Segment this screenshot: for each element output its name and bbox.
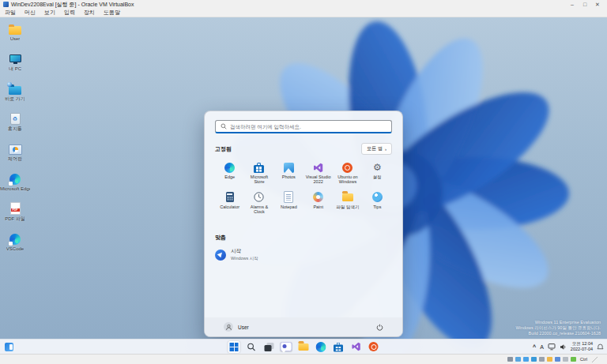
power-icon[interactable] [376, 324, 383, 331]
pinned-app-ubuntu[interactable]: Ubuntu on Windows [333, 162, 362, 185]
maximize-button[interactable]: □ [579, 0, 591, 9]
desktop-icon-label: 내 PC [9, 66, 21, 72]
desktop-icon-label: Microsoft Edge [0, 186, 30, 192]
pdf-file-icon: PDF [10, 202, 21, 215]
taskbar-start-button[interactable] [228, 341, 240, 353]
visual-studio-icon [351, 342, 360, 351]
chat-icon [281, 342, 292, 351]
pinned-app-edge[interactable]: Edge [215, 162, 244, 185]
pinned-app-file-explorer[interactable]: 파일 탐색기 [333, 192, 362, 215]
pinned-app-tips[interactable]: Tips [363, 192, 392, 215]
tray-overflow-chevron-icon[interactable]: ^ [533, 344, 536, 350]
menu-help[interactable]: 도움말 [104, 9, 120, 17]
file-explorer-icon [342, 193, 353, 201]
tips-icon [372, 192, 383, 202]
shared-folders-status-icon[interactable] [547, 357, 552, 362]
recycle-bin-icon: ♻ [10, 113, 21, 125]
desktop-icon-recycle-bin[interactable]: ♻ 휴지통 [0, 112, 30, 132]
desktop-icon-vscode-shortcut[interactable]: VSCode [0, 232, 30, 252]
pinned-app-alarms-clock[interactable]: Alarms & Clock [244, 192, 273, 215]
taskbar-visual-studio-button[interactable] [350, 341, 362, 353]
store-icon [254, 165, 264, 173]
task-view-icon [264, 343, 273, 351]
ubuntu-icon [342, 163, 353, 173]
edge-icon [9, 234, 21, 245]
user-name[interactable]: User [238, 325, 371, 330]
menu-input[interactable]: 입력 [64, 9, 75, 17]
desktop-icon-label: 제어판 [8, 156, 22, 162]
notepad-icon [284, 191, 293, 203]
desktop-icon-label: VSCode [6, 246, 24, 252]
recommended-subtitle: Windows 시작 [231, 256, 258, 261]
monitor-icon [9, 54, 21, 62]
taskbar-chat-button[interactable] [281, 341, 292, 353]
virtualbox-window: WinDev2208Eval [실행 중] - Oracle VM Virtua… [0, 0, 607, 364]
pinned-header: 고정됨 [215, 145, 232, 153]
menubar: 파일 머신 보기 입력 장치 도움말 [0, 9, 607, 17]
audio-status-icon[interactable] [523, 357, 529, 362]
recommended-item-get-started[interactable]: 시작 Windows 시작 [215, 248, 310, 261]
desktop-icon-this-pc[interactable]: 내 PC [0, 52, 30, 72]
start-search-box[interactable] [215, 120, 392, 133]
globe-icon [7, 82, 12, 87]
taskbar-task-view-button[interactable] [263, 341, 275, 353]
notification-bell-icon[interactable] [597, 343, 604, 351]
clock-icon [254, 192, 264, 202]
chevron-right-icon: › [385, 147, 386, 152]
desktop-icon-label: PDF 파일 [5, 216, 25, 222]
menu-devices[interactable]: 장치 [84, 9, 95, 17]
usb-status-icon[interactable] [539, 357, 545, 362]
desktop-icon-shortcut-folder[interactable]: 바로 가기 [0, 82, 30, 102]
menu-file[interactable]: 파일 [5, 9, 16, 17]
pinned-app-settings[interactable]: ⚙ 설정 [363, 162, 392, 185]
pinned-app-notepad[interactable]: Notepad [274, 192, 304, 215]
gear-icon: ⚙ [373, 163, 382, 173]
speaker-icon[interactable] [560, 343, 567, 351]
taskbar-file-explorer-button[interactable] [298, 341, 310, 353]
optical-disk-status-icon[interactable] [515, 357, 521, 362]
pinned-app-photos[interactable]: Photos [274, 162, 304, 185]
tray-time: 오전 12:04 [571, 341, 593, 347]
recording-status-icon[interactable] [563, 357, 568, 362]
pinned-app-calculator[interactable]: Calculator [215, 192, 244, 215]
taskbar-search-button[interactable] [246, 341, 258, 353]
ime-indicator[interactable]: A [540, 344, 544, 350]
start-menu: 고정됨 모든 앱 › Edge Microsoft Store [204, 111, 403, 337]
desktop-icon-pdf[interactable]: PDF PDF 파일 [0, 202, 30, 222]
pinned-app-visual-studio[interactable]: Visual Studio 2022 [304, 162, 333, 185]
paint-icon [313, 192, 323, 202]
taskbar-store-button[interactable] [333, 341, 345, 353]
file-explorer-icon [299, 343, 309, 351]
windows-logo-icon [230, 343, 239, 351]
tray-clock[interactable]: 오전 12:04 2022-07-04 [571, 341, 593, 351]
photos-icon [284, 163, 294, 173]
minimize-button[interactable]: – [566, 0, 579, 9]
hdd-status-icon[interactable] [507, 357, 513, 362]
resize-grip[interactable] [592, 357, 598, 362]
all-apps-button[interactable]: 모든 앱 › [361, 143, 392, 155]
desktop-icon-control-panel[interactable]: 제어판 [0, 142, 30, 162]
menu-view[interactable]: 보기 [44, 9, 55, 17]
desktop-icon-label: User [10, 36, 21, 42]
start-search-input[interactable] [230, 124, 386, 129]
calculator-icon [226, 192, 234, 202]
network-display-icon[interactable] [548, 343, 556, 351]
pinned-app-microsoft-store[interactable]: Microsoft Store [244, 162, 273, 185]
windows-watermark: Windows 11 Enterprise Evaluation Windows… [515, 320, 601, 336]
search-icon [247, 343, 256, 351]
taskbar-ubuntu-button[interactable] [368, 341, 379, 353]
user-avatar[interactable] [224, 322, 233, 332]
network-status-icon[interactable] [531, 357, 537, 362]
desktop-icon-user-folder[interactable]: User [0, 22, 30, 42]
mouse-integration-status-icon[interactable] [571, 357, 576, 362]
display-status-icon[interactable] [555, 357, 560, 362]
vbox-status-bar: Ctrl [0, 354, 607, 364]
close-button[interactable]: ✕ [591, 0, 604, 9]
pinned-app-paint[interactable]: Paint [304, 192, 333, 215]
menu-machine[interactable]: 머신 [25, 9, 36, 17]
taskbar-widgets-button[interactable] [5, 343, 13, 351]
taskbar-edge-button[interactable] [315, 341, 327, 353]
visual-studio-icon [313, 163, 323, 173]
start-user-bar: User [205, 317, 402, 336]
desktop-icon-edge[interactable]: Microsoft Edge [0, 172, 30, 192]
